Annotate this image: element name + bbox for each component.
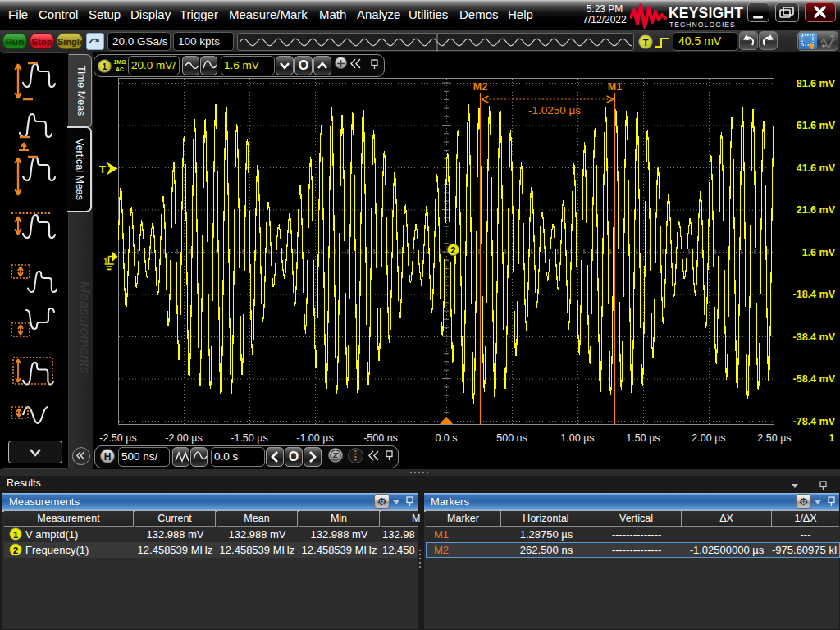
svg-text:-1.0250 µs: -1.0250 µs	[528, 104, 581, 116]
svg-text:-2.50 µs: -2.50 µs	[99, 432, 136, 444]
svg-text:T: T	[99, 163, 106, 176]
svg-text:1: 1	[103, 256, 108, 265]
svg-text:-78.4 mV: -78.4 mV	[793, 416, 836, 427]
svg-text:-1.00 µs: -1.00 µs	[296, 432, 333, 444]
svg-text:2: 2	[451, 245, 456, 255]
svg-text:1.00 µs: 1.00 µs	[560, 432, 594, 444]
svg-text:-38.4 mV: -38.4 mV	[793, 331, 836, 343]
svg-text:M2: M2	[473, 81, 487, 93]
svg-text:21.6 mV: 21.6 mV	[797, 204, 836, 216]
svg-text:2.50 µs: 2.50 µs	[757, 432, 791, 444]
svg-text:1.6 mV: 1.6 mV	[802, 247, 836, 258]
svg-text:-1.50 µs: -1.50 µs	[231, 432, 267, 444]
svg-text:-18.4 mV: -18.4 mV	[793, 289, 836, 300]
svg-text:-2.00 µs: -2.00 µs	[165, 432, 202, 444]
svg-text:2.00 µs: 2.00 µs	[692, 432, 725, 444]
svg-text:M1: M1	[608, 81, 622, 93]
svg-text:1.50 µs: 1.50 µs	[626, 432, 660, 444]
svg-text:41.6 mV: 41.6 mV	[797, 162, 836, 174]
svg-text:1: 1	[829, 432, 835, 444]
svg-text:-58.4 mV: -58.4 mV	[793, 373, 836, 385]
svg-text:0.0 s: 0.0 s	[435, 432, 457, 444]
svg-text:61.6 mV: 61.6 mV	[797, 120, 836, 131]
svg-text:500 ns: 500 ns	[496, 432, 527, 444]
svg-text:-500 ns: -500 ns	[363, 432, 398, 444]
svg-text:81.6 mV: 81.6 mV	[797, 78, 836, 89]
